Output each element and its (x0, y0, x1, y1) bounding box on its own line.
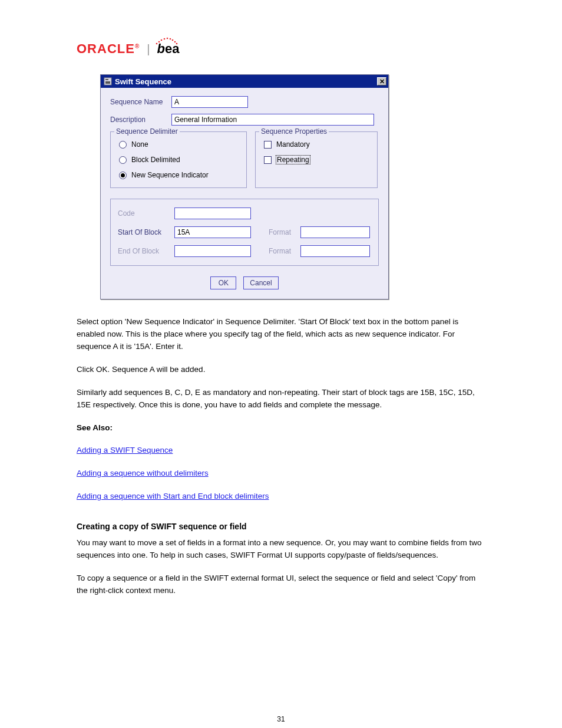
delimiter-newseq-option[interactable]: New Sequence Indicator (119, 171, 240, 179)
code-input[interactable] (174, 207, 251, 219)
mandatory-checkbox[interactable]: Mandatory (264, 140, 371, 149)
doc-body-text: Select option 'New Sequence Indicator' i… (77, 316, 485, 597)
link-sequence-start-end-delimiters[interactable]: Adding a sequence with Start and End blo… (77, 492, 269, 500)
paragraph: To copy a sequence or a field in the SWI… (77, 572, 485, 597)
ok-button[interactable]: OK (210, 276, 236, 289)
svg-point-5 (170, 38, 171, 40)
start-format-label: Format (269, 228, 300, 236)
svg-point-3 (164, 38, 166, 40)
delimiter-none-option[interactable]: None (119, 140, 240, 149)
end-format-input[interactable] (300, 245, 370, 257)
dialog-icon (103, 77, 113, 86)
svg-rect-10 (105, 79, 108, 80)
page-number: 31 (77, 715, 485, 723)
block-details-panel: Code Start Of Block Format End Of Block (110, 199, 379, 266)
start-of-block-input[interactable] (174, 226, 251, 238)
svg-rect-11 (105, 81, 110, 84)
paragraph: Similarly add sequences B, C, D, E as ma… (77, 387, 485, 411)
svg-point-6 (172, 39, 174, 41)
properties-legend: Sequence Properties (259, 127, 329, 136)
logo-separator: | (147, 42, 150, 56)
bea-logo: bea (157, 41, 179, 57)
delimiter-block-option[interactable]: Block Delimited (119, 156, 240, 164)
link-sequence-without-delimiters[interactable]: Adding a sequence without delimiters (77, 469, 209, 477)
section-heading: Creating a copy of SWIFT sequence or fie… (77, 521, 485, 533)
end-of-block-input[interactable] (174, 245, 251, 257)
radio-icon (119, 141, 127, 149)
svg-point-0 (156, 43, 158, 45)
oracle-logo: ORACLE® (77, 41, 140, 57)
description-label: Description (110, 116, 171, 124)
paragraph: You may want to move a set of fields in … (77, 537, 485, 562)
svg-point-4 (167, 38, 168, 39)
checkbox-icon (264, 156, 272, 164)
end-of-block-label: End Of Block (118, 247, 174, 255)
paragraph: Select option 'New Sequence Indicator' i… (77, 316, 485, 353)
see-also-heading: See Also: (77, 422, 485, 434)
start-of-block-label: Start Of Block (118, 228, 174, 236)
repeating-checkbox[interactable]: Repeating (264, 156, 371, 164)
dialog-title: Swift Sequence (115, 77, 377, 86)
start-format-input[interactable] (300, 226, 370, 238)
swift-sequence-dialog: Swift Sequence ✕ Sequence Name Descripti… (100, 74, 389, 299)
svg-point-1 (158, 41, 160, 43)
titlebar: Swift Sequence ✕ (101, 75, 388, 88)
paragraph: Click OK. Sequence A will be added. (77, 364, 485, 376)
bea-dots-icon (153, 35, 179, 46)
close-icon[interactable]: ✕ (377, 77, 386, 85)
svg-point-7 (174, 41, 176, 43)
brand-logos: ORACLE® | bea (77, 41, 485, 57)
description-input[interactable] (171, 114, 374, 126)
code-label: Code (118, 209, 174, 218)
sequence-name-label: Sequence Name (110, 98, 171, 106)
svg-point-8 (176, 43, 178, 45)
radio-icon (119, 172, 127, 179)
checkbox-icon (264, 141, 272, 149)
sequence-name-input[interactable] (171, 96, 248, 108)
cancel-button[interactable]: Cancel (243, 276, 278, 289)
sequence-properties-group: Sequence Properties Mandatory Repeating (255, 131, 378, 188)
link-adding-swift-sequence[interactable]: Adding a SWIFT Sequence (77, 446, 173, 454)
end-format-label: Format (269, 247, 300, 255)
sequence-delimiter-group: Sequence Delimiter None Block Delimited … (110, 131, 247, 188)
delimiter-legend: Sequence Delimiter (114, 127, 180, 136)
radio-icon (119, 156, 127, 164)
svg-point-2 (161, 39, 163, 41)
